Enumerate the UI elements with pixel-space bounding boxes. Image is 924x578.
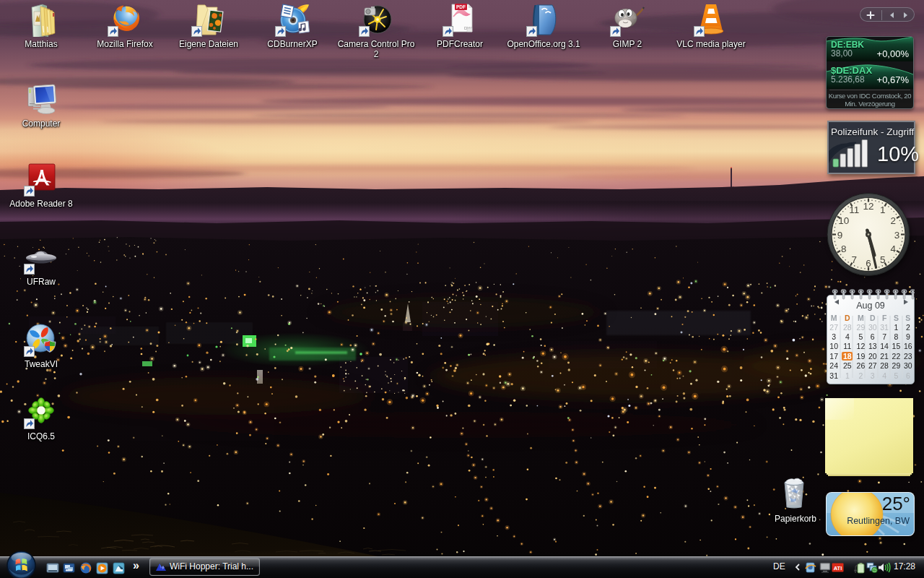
- svg-text:1: 1: [880, 204, 886, 215]
- svg-text:4: 4: [890, 243, 896, 254]
- svg-text:11: 11: [849, 204, 859, 215]
- svg-text:6: 6: [866, 258, 871, 269]
- svg-text:5: 5: [880, 254, 886, 265]
- svg-text:PDF: PDF: [456, 4, 466, 9]
- svg-text:7: 7: [851, 254, 857, 265]
- svg-text:12: 12: [863, 201, 873, 212]
- svg-text:8: 8: [841, 243, 847, 254]
- svg-text:ATI: ATI: [834, 565, 842, 571]
- svg-text:3: 3: [894, 230, 900, 241]
- svg-text:10: 10: [838, 215, 849, 226]
- svg-text:2: 2: [890, 215, 896, 226]
- svg-text:9: 9: [837, 230, 843, 241]
